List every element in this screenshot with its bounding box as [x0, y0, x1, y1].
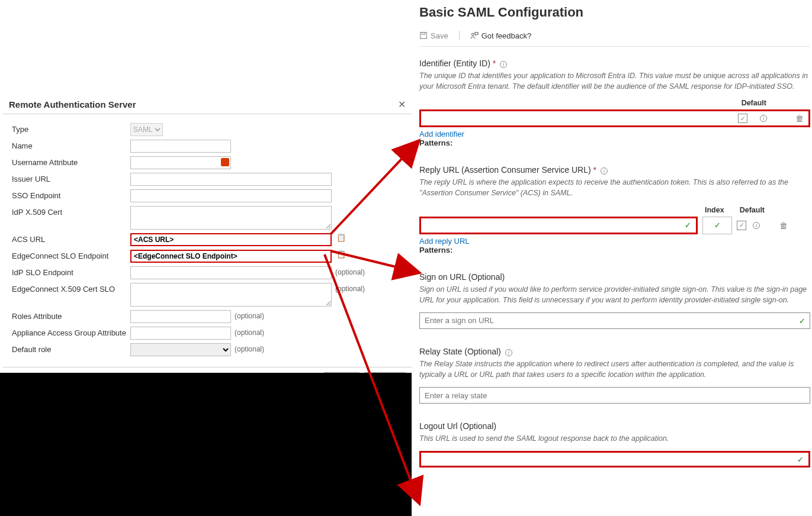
- ec-slo-label: EdgeConnect SLO Endpoint: [12, 250, 130, 260]
- remote-auth-dialog: Remote Authentication Server ✕ Type SAML…: [3, 92, 412, 392]
- username-attr-label: Username Attribute: [12, 156, 130, 167]
- optional-text: (optional): [235, 310, 264, 320]
- default-header: Default: [740, 206, 765, 214]
- type-select[interactable]: SAML: [130, 123, 163, 136]
- save-button[interactable]: Save: [419, 31, 448, 40]
- signon-url-input[interactable]: [419, 312, 810, 329]
- svg-point-2: [471, 33, 474, 36]
- identifier-input-row[interactable]: ✓ i 🗑: [419, 109, 810, 127]
- appliance-group-label: Appliance Access Group Attribute: [12, 327, 130, 337]
- required-badge-icon: [221, 158, 229, 166]
- signon-url-desc: Sign on URL is used if you would like to…: [419, 284, 810, 305]
- roles-attr-input[interactable]: [130, 310, 231, 323]
- optional-text: (optional): [335, 266, 365, 276]
- idp-cert-label: IdP X.509 Cert: [12, 206, 130, 217]
- patterns-label: Patterns:: [419, 138, 810, 147]
- info-icon[interactable]: i: [505, 349, 512, 356]
- reply-url-desc: The reply URL is where the application e…: [419, 177, 810, 198]
- close-icon[interactable]: ✕: [398, 99, 406, 110]
- type-label: Type: [12, 123, 130, 134]
- info-icon[interactable]: i: [601, 167, 608, 175]
- name-label: Name: [12, 140, 130, 150]
- add-identifier-link[interactable]: Add identifier: [419, 130, 810, 138]
- acs-url-input[interactable]: [130, 233, 332, 246]
- panel-title: Basic SAML Configuration: [419, 5, 810, 20]
- appliance-group-input[interactable]: [130, 327, 231, 340]
- index-header: Index: [705, 206, 724, 214]
- add-reply-url-link[interactable]: Add reply URL: [419, 237, 810, 246]
- logout-url-input[interactable]: ✓: [419, 451, 810, 467]
- save-icon: [419, 31, 428, 40]
- dialog-title: Remote Authentication Server: [9, 99, 136, 109]
- copy-icon[interactable]: 📋: [336, 250, 346, 259]
- patterns-label: Patterns:: [419, 246, 810, 254]
- saml-config-panel: Basic SAML Configuration Save Got feedba…: [419, 0, 810, 467]
- check-icon: ✓: [685, 221, 691, 230]
- identifier-label: Identifier (Entity ID) * i: [419, 59, 810, 68]
- name-input[interactable]: [130, 140, 231, 153]
- issuer-url-input[interactable]: [130, 173, 332, 186]
- feedback-button[interactable]: Got feedback?: [470, 31, 532, 40]
- ec-cert-input[interactable]: [130, 283, 332, 307]
- acs-url-label: ACS URL: [12, 233, 130, 244]
- sso-endpoint-input[interactable]: [130, 189, 332, 202]
- idp-slo-label: IdP SLO Endpoint: [12, 266, 130, 277]
- relay-state-desc: The Relay State instructs the applicatio…: [419, 359, 810, 380]
- relay-state-label: Relay State (Optional) i: [419, 347, 810, 356]
- username-attr-input[interactable]: [130, 156, 231, 169]
- copy-icon[interactable]: 📋: [336, 233, 346, 242]
- delete-icon[interactable]: 🗑: [795, 114, 804, 123]
- check-icon: ✓: [797, 455, 804, 464]
- svg-rect-0: [421, 33, 427, 39]
- sso-endpoint-label: SSO Endpoint: [12, 189, 130, 200]
- black-region: [0, 373, 412, 516]
- check-icon: ✓: [799, 317, 805, 325]
- check-icon: ✓: [714, 221, 721, 230]
- reply-url-input[interactable]: ✓: [419, 217, 698, 234]
- info-icon[interactable]: i: [500, 61, 507, 68]
- default-role-label: Default role: [12, 343, 130, 354]
- optional-text: (optional): [235, 327, 264, 337]
- reply-url-row: ✓ ✓ ✓ i 🗑: [419, 217, 810, 234]
- identifier-desc: The unique ID that identifies your appli…: [419, 70, 810, 92]
- logout-url-desc: This URL is used to send the SAML logout…: [419, 433, 810, 444]
- default-checkbox[interactable]: ✓: [737, 221, 746, 230]
- person-feedback-icon: [470, 31, 479, 40]
- ec-cert-label: EdgeConnect X.509 Cert SLO: [12, 283, 130, 294]
- relay-state-input[interactable]: [419, 387, 810, 404]
- reply-index-input[interactable]: ✓: [702, 217, 732, 234]
- ec-slo-input[interactable]: [130, 250, 332, 263]
- issuer-url-label: Issuer URL: [12, 173, 130, 183]
- delete-icon[interactable]: 🗑: [779, 221, 788, 230]
- info-icon[interactable]: i: [760, 115, 767, 122]
- info-icon[interactable]: i: [753, 222, 760, 229]
- optional-text: (optional): [335, 283, 365, 293]
- default-checkbox[interactable]: ✓: [738, 114, 747, 123]
- reply-url-label: Reply URL (Assertion Consumer Service UR…: [419, 165, 810, 175]
- optional-text: (optional): [235, 343, 264, 353]
- logout-url-label: Logout Url (Optional): [419, 421, 810, 431]
- toolbar: Save Got feedback?: [419, 31, 810, 47]
- signon-url-label: Sign on URL (Optional): [419, 272, 810, 282]
- idp-slo-input[interactable]: [130, 266, 332, 279]
- default-header: Default: [742, 99, 766, 107]
- roles-attr-label: Roles Attribute: [12, 310, 130, 321]
- idp-cert-input[interactable]: [130, 206, 332, 230]
- default-role-select[interactable]: [130, 343, 231, 356]
